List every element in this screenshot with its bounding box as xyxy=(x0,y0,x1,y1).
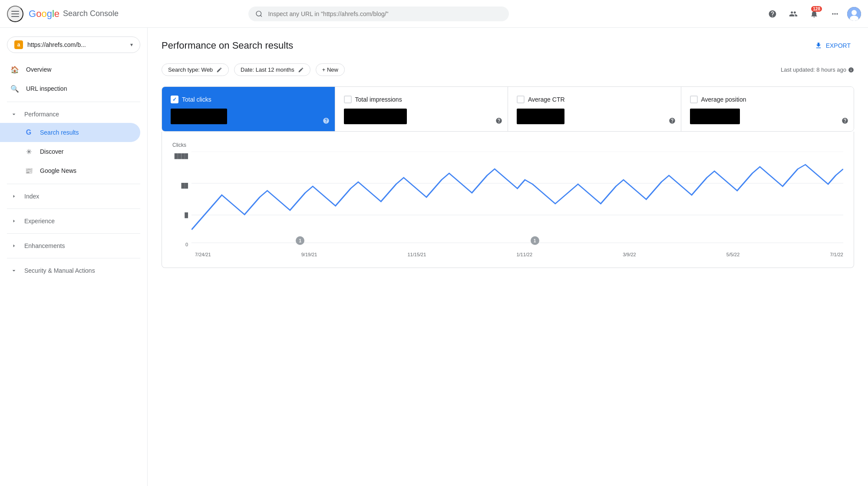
metric-card-header: Average CTR xyxy=(517,96,672,103)
y-tick-mid: ██ xyxy=(181,183,188,188)
export-label: EXPORT xyxy=(826,42,851,49)
chart-y-label: Clicks xyxy=(172,142,843,148)
user-avatar[interactable] xyxy=(847,7,861,21)
performance-section-label: Performance xyxy=(24,111,59,118)
svg-rect-2 xyxy=(11,16,19,17)
metric-checkbox[interactable] xyxy=(690,96,698,103)
discover-icon: ✳ xyxy=(24,147,33,156)
metric-value-bar xyxy=(171,109,227,124)
date-label: Date: Last 12 months xyxy=(241,66,294,73)
apps-button[interactable] xyxy=(826,5,844,23)
y-tick-top: ████ xyxy=(175,153,188,159)
sidebar-item-overview[interactable]: 🏠 Overview xyxy=(0,60,140,79)
metric-card-total-impressions[interactable]: Total impressions xyxy=(335,87,508,131)
chevron-right-icon xyxy=(10,242,17,249)
site-favicon: a xyxy=(14,40,23,49)
metric-value-bar xyxy=(344,109,407,124)
annotation-1[interactable]: 1 xyxy=(296,236,304,245)
help-button[interactable] xyxy=(764,5,781,23)
performance-section-header[interactable]: Performance xyxy=(0,106,147,123)
metric-label: Total impressions xyxy=(355,96,402,103)
page-header: Performance on Search results EXPORT xyxy=(162,38,854,53)
annotation-2[interactable]: 1 xyxy=(531,236,539,245)
metric-card-total-clicks[interactable]: Total clicks xyxy=(162,87,335,131)
news-icon: 📰 xyxy=(24,166,33,175)
x-tick-3: 11/15/21 xyxy=(408,252,426,257)
experience-section-header[interactable]: Experience xyxy=(0,212,147,230)
performance-subnav: G Search results ✳ Discover 📰 Google New… xyxy=(0,123,147,180)
chart-area: Clicks ████ ██ █ 0 xyxy=(162,132,854,268)
site-selector[interactable]: a https://ahrefs.com/b... ▾ xyxy=(7,36,140,53)
index-section-label: Index xyxy=(24,193,39,200)
export-icon xyxy=(815,42,822,50)
chevron-right-icon xyxy=(10,218,17,225)
google-wordmark: Google xyxy=(29,8,59,20)
console-wordmark: Search Console xyxy=(63,9,119,18)
metric-card-average-ctr[interactable]: Average CTR xyxy=(508,87,681,131)
sidebar-item-google-news[interactable]: 📰 Google News xyxy=(0,161,140,180)
chevron-down-icon xyxy=(10,111,17,118)
y-tick-zero: 0 xyxy=(185,242,188,247)
help-icon[interactable] xyxy=(842,117,848,126)
metric-card-header: Total clicks xyxy=(171,96,326,103)
chevron-down-icon xyxy=(10,267,17,274)
index-section-header[interactable]: Index xyxy=(0,188,147,205)
metric-value-bar xyxy=(517,109,564,124)
page-title: Performance on Search results xyxy=(162,40,293,51)
home-icon: 🏠 xyxy=(10,65,19,74)
last-updated: Last updated: 8 hours ago xyxy=(781,66,854,73)
help-icon[interactable] xyxy=(669,117,676,126)
header: Google Search Console 128 xyxy=(0,0,868,28)
x-tick-1: 7/24/21 xyxy=(195,252,211,257)
x-axis: 7/24/21 9/19/21 11/15/21 1/11/22 3/9/22 … xyxy=(172,252,843,257)
y-tick-low: █ xyxy=(185,212,188,218)
users-button[interactable] xyxy=(785,5,802,23)
svg-rect-0 xyxy=(11,11,19,12)
chevron-right-icon xyxy=(10,193,17,200)
help-icon[interactable] xyxy=(495,117,502,126)
svg-rect-1 xyxy=(11,13,19,14)
metric-label: Average CTR xyxy=(528,96,565,103)
x-tick-4: 1/11/22 xyxy=(516,252,532,257)
export-button[interactable]: EXPORT xyxy=(811,38,854,53)
divider xyxy=(7,102,140,102)
sidebar-item-discover[interactable]: ✳ Discover xyxy=(0,142,140,161)
search-type-filter[interactable]: Search type: Web xyxy=(162,63,229,76)
experience-section-label: Experience xyxy=(24,218,55,225)
site-selector-chevron: ▾ xyxy=(130,42,133,48)
hamburger-button[interactable] xyxy=(7,6,23,22)
new-filter-button[interactable]: + New xyxy=(316,63,345,76)
metric-card-header: Average position xyxy=(690,96,845,103)
search-nav-icon: 🔍 xyxy=(10,84,19,93)
annotation-badge-1[interactable]: 1 xyxy=(296,236,304,245)
sidebar-item-label: Overview xyxy=(26,66,51,73)
enhancements-section-header[interactable]: Enhancements xyxy=(0,237,147,255)
date-filter[interactable]: Date: Last 12 months xyxy=(234,63,310,76)
metric-checkbox[interactable] xyxy=(171,96,178,103)
annotation-badge-2[interactable]: 1 xyxy=(531,236,539,245)
metric-checkbox[interactable] xyxy=(344,96,352,103)
help-icon[interactable] xyxy=(323,117,330,126)
chart-svg xyxy=(191,152,843,247)
site-url-label: https://ahrefs.com/b... xyxy=(27,41,126,48)
notifications-button[interactable]: 128 xyxy=(805,5,823,23)
sidebar-item-search-results[interactable]: G Search results xyxy=(0,123,140,142)
security-section-label: Security & Manual Actions xyxy=(24,267,95,274)
metric-checkbox[interactable] xyxy=(517,96,525,103)
edit-icon xyxy=(216,67,222,73)
enhancements-section-label: Enhancements xyxy=(24,242,65,249)
new-label: + New xyxy=(322,66,338,73)
divider xyxy=(7,184,140,184)
sidebar-item-url-inspection[interactable]: 🔍 URL inspection xyxy=(0,79,140,98)
url-inspect-bar[interactable] xyxy=(248,7,509,21)
svg-point-3 xyxy=(257,11,261,16)
divider xyxy=(7,233,140,234)
app-layout: a https://ahrefs.com/b... ▾ 🏠 Overview 🔍… xyxy=(0,28,868,486)
metric-card-average-position[interactable]: Average position xyxy=(681,87,854,131)
metric-value-bar xyxy=(690,109,740,124)
url-inspect-input[interactable] xyxy=(268,10,502,17)
metric-cards: Total clicks Total impressions xyxy=(162,86,854,132)
info-icon xyxy=(848,67,854,73)
sidebar-item-label: Discover xyxy=(40,148,63,155)
security-section-header[interactable]: Security & Manual Actions xyxy=(0,262,147,279)
